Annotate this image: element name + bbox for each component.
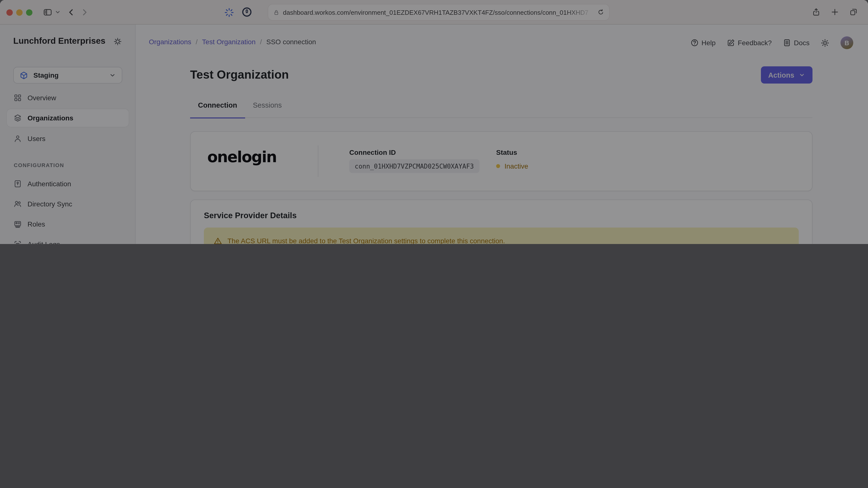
sidebar-item-overview[interactable]: Overview xyxy=(7,89,129,106)
sidebar-item-directory-sync[interactable]: Directory Sync xyxy=(7,195,129,213)
sidebar-item-users[interactable]: Users xyxy=(7,130,129,147)
id-card-icon xyxy=(14,220,22,228)
actions-button[interactable]: Actions xyxy=(761,66,812,84)
tab-connection[interactable]: Connection xyxy=(190,101,245,118)
theme-toggle-sun-icon[interactable] xyxy=(821,38,829,47)
new-tab-icon[interactable] xyxy=(831,8,839,16)
close-window-button[interactable] xyxy=(6,9,13,16)
back-icon[interactable] xyxy=(67,8,76,17)
feedback-pencil-icon xyxy=(727,39,735,47)
tab-overview-icon[interactable] xyxy=(849,8,858,16)
safari-window: dashboard.workos.com/environment_01EZDEX… xyxy=(0,0,868,244)
section-configuration: CONFIGURATION xyxy=(14,162,64,168)
sidebar-item-roles[interactable]: Roles xyxy=(7,215,129,233)
auth-door-icon xyxy=(14,180,22,188)
onelogin-logo: onelogin xyxy=(207,148,277,165)
service-provider-card: Service Provider Details The ACS URL mus… xyxy=(190,200,812,244)
sidebar-toggle-icon[interactable] xyxy=(43,8,52,17)
minimize-window-button[interactable] xyxy=(16,9,23,16)
breadcrumb-separator: / xyxy=(196,38,198,46)
connection-card: onelogin Connection ID conn_01HXHD7VZPCM… xyxy=(190,131,812,191)
sidebar-item-organizations[interactable]: Organizations xyxy=(7,109,129,127)
acs-warning-banner: The ACS URL must be added to the Test Or… xyxy=(204,227,799,244)
sp-details-heading: Service Provider Details xyxy=(204,211,297,220)
divider xyxy=(318,146,318,177)
grid-icon xyxy=(14,94,22,102)
status-badge: Inactive xyxy=(504,162,528,170)
zoom-window-button[interactable] xyxy=(26,9,32,16)
status-line: Inactive xyxy=(496,162,528,170)
audit-scan-icon xyxy=(14,240,22,244)
user-icon xyxy=(14,135,22,143)
help-icon xyxy=(691,39,699,47)
extension-sunburst-icon[interactable] xyxy=(224,8,234,17)
connection-id-label: Connection ID xyxy=(349,148,396,156)
users-icon xyxy=(14,200,22,208)
environment-switcher[interactable]: Staging xyxy=(13,67,122,84)
sidebar-item-authentication[interactable]: Authentication xyxy=(7,175,129,193)
docs-icon xyxy=(783,39,791,47)
chevron-down-icon xyxy=(109,72,116,79)
share-icon[interactable] xyxy=(812,8,820,16)
main-content: Organizations/ Test Organization/ SSO co… xyxy=(135,25,868,244)
reload-icon[interactable] xyxy=(597,9,604,16)
tab-sessions[interactable]: Sessions xyxy=(245,101,290,118)
url-text: dashboard.workos.com/environment_01EZDEX… xyxy=(283,9,597,16)
workos-dashboard: Lunchford Enterprises Staging Overview O xyxy=(0,25,868,244)
browser-toolbar: dashboard.workos.com/environment_01EZDEX… xyxy=(0,0,868,25)
feedback-link[interactable]: Feedback? xyxy=(727,39,772,47)
status-dot-icon xyxy=(496,164,500,168)
gear-icon[interactable] xyxy=(114,37,122,46)
breadcrumb-organizations[interactable]: Organizations xyxy=(149,38,191,46)
header-links: Help Feedback? Docs B xyxy=(691,36,853,49)
breadcrumb-separator: / xyxy=(260,38,262,46)
lock-icon xyxy=(273,9,280,16)
avatar[interactable]: B xyxy=(840,36,853,49)
sidebar-item-audit-logs[interactable]: Audit Logs xyxy=(7,235,129,244)
status-label: Status xyxy=(496,148,517,156)
chevron-down-icon xyxy=(799,72,805,78)
org-name: Lunchford Enterprises xyxy=(13,35,106,47)
warning-icon xyxy=(214,237,222,244)
docs-link[interactable]: Docs xyxy=(783,39,810,47)
breadcrumb-current: SSO connection xyxy=(266,38,316,46)
address-bar[interactable]: dashboard.workos.com/environment_01EZDEX… xyxy=(268,4,609,20)
breadcrumb: Organizations/ Test Organization/ SSO co… xyxy=(149,38,316,46)
cube-icon xyxy=(20,71,28,80)
tab-bar: Connection Sessions xyxy=(190,101,812,118)
connection-id-value[interactable]: conn_01HXHD7VZPCMAD025CW0XAYAF3 xyxy=(349,159,479,173)
forward-icon[interactable] xyxy=(80,8,89,17)
chevron-down-icon[interactable] xyxy=(55,9,60,15)
page-title: Test Organization xyxy=(190,68,289,82)
sidebar: Lunchford Enterprises Staging Overview O xyxy=(0,25,135,244)
environment-label: Staging xyxy=(33,71,104,79)
breadcrumb-test-organization[interactable]: Test Organization xyxy=(202,38,256,46)
layers-icon xyxy=(14,114,22,122)
extension-1password-icon[interactable] xyxy=(242,7,252,17)
help-link[interactable]: Help xyxy=(691,39,716,47)
